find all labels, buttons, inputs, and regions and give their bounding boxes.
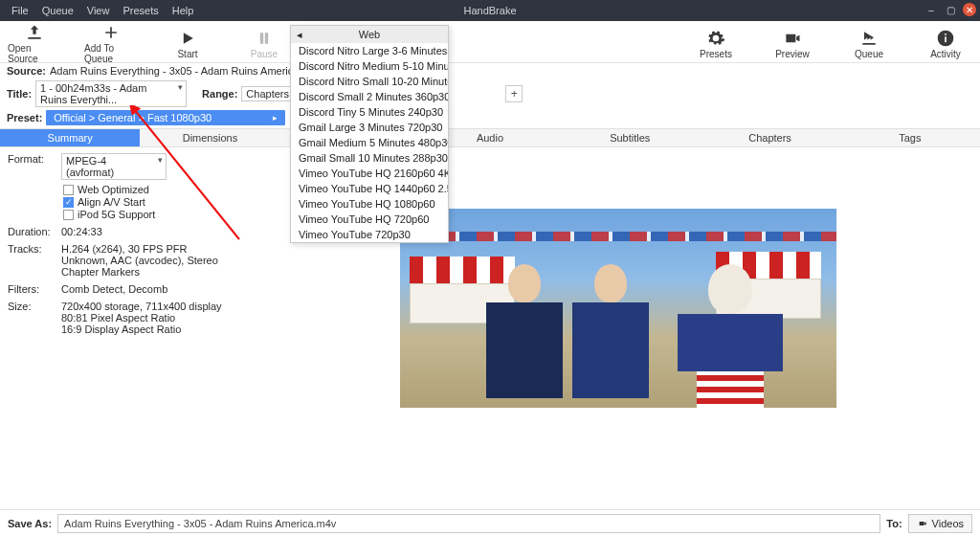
person-decoration bbox=[486, 264, 563, 408]
open-source-button[interactable]: Open Source bbox=[8, 23, 61, 64]
tab-tags[interactable]: Tags bbox=[840, 129, 980, 146]
activity-button[interactable]: Activity bbox=[919, 29, 972, 59]
preset-item[interactable]: Gmail Medium 5 Minutes 480p30 bbox=[291, 135, 448, 150]
checkbox-checked-icon: ✓ bbox=[63, 197, 74, 208]
preset-item[interactable]: Vimeo YouTube HQ 1080p60 bbox=[291, 196, 448, 212]
menu-view[interactable]: View bbox=[81, 3, 116, 18]
preset-item[interactable]: Discord Nitro Medium 5-10 Minutes 720p30 bbox=[291, 58, 448, 74]
save-as-field[interactable]: Adam Ruins Everything - 3x05 - Adam Ruin… bbox=[57, 514, 880, 533]
queue-icon bbox=[859, 29, 879, 48]
camera-small-icon bbox=[917, 519, 928, 528]
format-label: Format: bbox=[8, 153, 61, 180]
info-icon bbox=[936, 29, 955, 48]
add-to-queue-label: Add To Queue bbox=[84, 43, 138, 64]
preset-item[interactable]: Discord Nitro Large 3-6 Minutes 1080p30 bbox=[291, 43, 448, 58]
close-button[interactable]: ✕ bbox=[963, 3, 976, 16]
checkbox-icon bbox=[63, 185, 74, 195]
destination-button[interactable]: Videos bbox=[908, 514, 972, 533]
preset-item[interactable]: Discord Small 2 Minutes 360p30 bbox=[291, 89, 448, 104]
preset-item[interactable]: Vimeo YouTube HQ 2160p60 4K bbox=[291, 166, 448, 181]
add-to-queue-button[interactable]: Add To Queue bbox=[84, 23, 138, 64]
plus-icon bbox=[101, 23, 121, 42]
presets-label: Presets bbox=[700, 49, 732, 59]
save-as-label: Save As: bbox=[8, 518, 52, 529]
source-row: Source: Adam Ruins Everything - 3x05 - A… bbox=[0, 63, 980, 78]
align-av-label: Align A/V Start bbox=[78, 196, 145, 208]
maximize-button[interactable]: ▢ bbox=[944, 3, 957, 16]
titlebar: File Queue View Presets Help HandBrake –… bbox=[0, 0, 980, 21]
to-label: To: bbox=[886, 518, 902, 529]
minimize-button[interactable]: – bbox=[924, 3, 938, 16]
play-icon bbox=[178, 29, 197, 48]
preset-item[interactable]: Vimeo YouTube 720p30 bbox=[291, 227, 448, 242]
tracks-line3: Chapter Markers bbox=[61, 266, 218, 278]
filters-value: Comb Detect, Decomb bbox=[61, 283, 167, 295]
tracks-label: Tracks: bbox=[8, 243, 61, 278]
preset-item[interactable]: Gmail Small 10 Minutes 288p30 bbox=[291, 150, 448, 166]
size-label: Size: bbox=[8, 301, 61, 335]
presets-button[interactable]: Presets bbox=[689, 29, 743, 59]
tab-dimensions[interactable]: Dimensions bbox=[140, 129, 279, 146]
menu-queue[interactable]: Queue bbox=[36, 3, 79, 18]
queue-label: Queue bbox=[855, 49, 883, 59]
tracks-line1: H.264 (x264), 30 FPS PFR bbox=[61, 243, 218, 255]
toolbar: Open Source Add To Queue Start Pause Pre… bbox=[0, 21, 980, 63]
save-bar: Save As: Adam Ruins Everything - 3x05 - … bbox=[0, 509, 980, 536]
preview-button[interactable]: Preview bbox=[766, 29, 819, 59]
window-buttons: – ▢ ✕ bbox=[924, 3, 976, 16]
start-button[interactable]: Start bbox=[161, 29, 214, 59]
duration-label: Duration: bbox=[8, 226, 61, 237]
preset-submenu: ◂ Web Discord Nitro Large 3-6 Minutes 10… bbox=[290, 25, 449, 243]
pause-icon bbox=[255, 29, 274, 48]
activity-label: Activity bbox=[930, 49, 961, 59]
preset-select[interactable]: Official > General > Fast 1080p30 ▸ bbox=[46, 110, 285, 125]
start-label: Start bbox=[177, 49, 197, 59]
svg-rect-2 bbox=[945, 34, 947, 35]
format-select[interactable]: MPEG-4 (avformat) bbox=[61, 153, 167, 180]
submenu-title: Web bbox=[359, 29, 380, 40]
upload-icon bbox=[25, 23, 44, 42]
preset-item[interactable]: Vimeo YouTube HQ 1440p60 2.5K bbox=[291, 181, 448, 196]
title-range-row: Title: 1 - 00h24m33s - Adam Ruins Everyt… bbox=[0, 78, 980, 109]
menu-presets[interactable]: Presets bbox=[117, 3, 164, 18]
chevron-right-icon: ▸ bbox=[273, 113, 278, 123]
pause-button: Pause bbox=[237, 29, 291, 59]
preset-submenu-header[interactable]: ◂ Web bbox=[291, 26, 448, 43]
preset-item[interactable]: Discord Nitro Small 10-20 Minutes 480p30 bbox=[291, 74, 448, 89]
menubar: File Queue View Presets Help bbox=[0, 3, 205, 18]
add-button[interactable]: + bbox=[505, 85, 523, 102]
title-label: Title: bbox=[7, 88, 32, 100]
preset-item[interactable]: Gmail Large 3 Minutes 720p30 bbox=[291, 120, 448, 135]
tabbar: Summary Dimensions Audio Subtitles Chapt… bbox=[0, 128, 980, 147]
preset-item[interactable]: Discord Tiny 5 Minutes 240p30 bbox=[291, 104, 448, 120]
source-label: Source: bbox=[7, 65, 46, 77]
destination-label: Videos bbox=[932, 518, 964, 529]
web-optimized-label: Web Optimized bbox=[78, 184, 149, 195]
tab-chapters[interactable]: Chapters bbox=[700, 129, 839, 146]
menu-file[interactable]: File bbox=[6, 3, 34, 18]
size-line2: 80:81 Pixel Aspect Ratio bbox=[61, 312, 222, 324]
gear-icon bbox=[706, 29, 725, 48]
queue-button[interactable]: Queue bbox=[842, 29, 896, 59]
camera-icon bbox=[783, 29, 802, 48]
svg-rect-1 bbox=[945, 36, 947, 42]
preset-value: Official > General > Fast 1080p30 bbox=[54, 112, 212, 123]
tab-subtitles[interactable]: Subtitles bbox=[560, 129, 700, 146]
tab-summary[interactable]: Summary bbox=[0, 129, 140, 146]
preview-label: Preview bbox=[775, 49, 810, 59]
person-decoration bbox=[678, 264, 783, 408]
menu-help[interactable]: Help bbox=[167, 3, 200, 18]
title-select[interactable]: 1 - 00h24m33s - Adam Ruins Everythi... bbox=[35, 80, 187, 107]
size-line1: 720x400 storage, 711x400 display bbox=[61, 301, 222, 312]
size-line3: 16:9 Display Aspect Ratio bbox=[61, 324, 222, 335]
checkbox-icon bbox=[63, 210, 74, 220]
duration-value: 00:24:33 bbox=[61, 226, 102, 237]
preset-label: Preset: bbox=[7, 112, 42, 123]
open-source-label: Open Source bbox=[8, 43, 61, 64]
preset-row: Preset: Official > General > Fast 1080p3… bbox=[0, 109, 980, 128]
filters-label: Filters: bbox=[8, 283, 61, 295]
ipod-label: iPod 5G Support bbox=[78, 209, 155, 220]
preset-item[interactable]: Vimeo YouTube HQ 720p60 bbox=[291, 212, 448, 227]
bunting-decoration bbox=[400, 232, 836, 241]
back-icon[interactable]: ◂ bbox=[297, 29, 302, 41]
